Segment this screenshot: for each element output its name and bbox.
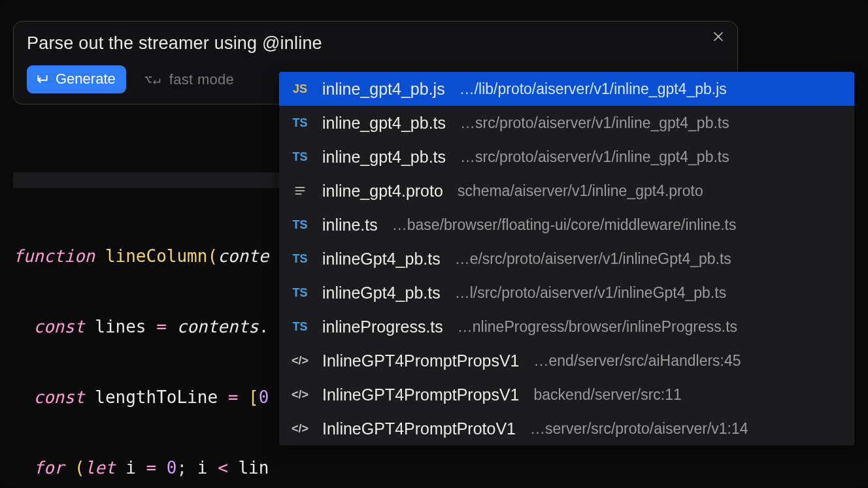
autocomplete-item[interactable]: TS inlineProgress.ts …nlineProgress/brow… [279,310,854,344]
ts-file-icon: TS [288,116,312,130]
autocomplete-item-path: schema/aiserver/v1/inline_gpt4.proto [454,182,843,200]
option-key-icon: ⌥↵ [144,72,161,88]
proto-file-icon [288,184,312,197]
autocomplete-item[interactable]: </> InlineGPT4PromptProtoV1 …server/src/… [279,412,854,446]
fast-mode-label: fast mode [169,71,234,88]
autocomplete-item[interactable]: TS inlineGpt4_pb.ts …l/src/proto/aiserve… [279,276,854,310]
autocomplete-item-name: InlineGPT4PromptPropsV1 [322,351,520,370]
autocomplete-item-path: backend/server/src:11 [530,386,843,404]
autocomplete-item-path: …e/src/proto/aiserver/v1/inlineGpt4_pb.t… [451,250,843,268]
autocomplete-item-name: inlineGpt4_pb.ts [322,250,441,268]
ts-file-icon: TS [288,218,312,232]
enter-icon [36,73,49,86]
autocomplete-item-name: inlineProgress.ts [322,317,443,336]
autocomplete-item-path: …/lib/proto/aiserver/v1/inline_gpt4_pb.j… [456,80,843,98]
ts-file-icon: TS [288,252,312,266]
autocomplete-item-path: …l/src/proto/aiserver/v1/inlineGpt4_pb.t… [451,284,843,302]
autocomplete-item-path: …base/browser/floating-ui/core/middlewar… [388,216,843,234]
autocomplete-item[interactable]: JS inline_gpt4_pb.js …/lib/proto/aiserve… [279,72,854,106]
autocomplete-item-name: inline_gpt4_pb.ts [322,114,446,133]
generate-button-label: Generate [56,71,116,88]
autocomplete-item-name: InlineGPT4PromptProtoV1 [322,419,516,438]
close-icon [713,31,724,44]
autocomplete-item[interactable]: TS inline_gpt4_pb.ts …src/proto/aiserver… [279,140,854,174]
fast-mode-toggle[interactable]: ⌥↵ fast mode [144,71,234,88]
js-file-icon: JS [288,82,312,96]
autocomplete-item-name: InlineGPT4PromptPropsV1 [322,385,520,404]
file-autocomplete-dropdown: JS inline_gpt4_pb.js …/lib/proto/aiserve… [279,72,854,446]
ts-file-icon: TS [288,150,312,164]
autocomplete-item-path: …src/proto/aiserver/v1/inline_gpt4_pb.ts [456,148,843,166]
app-root: Parse out the streamer using @inline Gen… [0,0,868,488]
generate-button[interactable]: Generate [27,65,126,93]
autocomplete-item[interactable]: </> InlineGPT4PromptPropsV1 backend/serv… [279,378,854,412]
autocomplete-item-path: …nlineProgress/browser/inlineProgress.ts [454,318,843,336]
autocomplete-item-name: inlineGpt4_pb.ts [322,284,441,302]
autocomplete-item-name: inline_gpt4_pb.js [322,80,445,99]
autocomplete-item-name: inline.ts [322,216,378,235]
symbol-icon: </> [288,354,312,368]
autocomplete-item[interactable]: TS inline.ts …base/browser/floating-ui/c… [279,208,854,242]
symbol-icon: </> [288,388,312,402]
autocomplete-item[interactable]: TS inlineGpt4_pb.ts …e/src/proto/aiserve… [279,242,854,276]
ts-file-icon: TS [288,320,312,334]
autocomplete-item-path: …end/server/src/aiHandlers:45 [530,352,843,370]
prompt-input[interactable]: Parse out the streamer using @inline [27,33,724,54]
autocomplete-item-path: …src/proto/aiserver/v1/inline_gpt4_pb.ts [456,114,843,132]
autocomplete-item-name: inline_gpt4.proto [322,182,443,201]
close-button[interactable] [711,31,726,45]
autocomplete-item-name: inline_gpt4_pb.ts [322,148,446,167]
autocomplete-item[interactable]: </> InlineGPT4PromptPropsV1 …end/server/… [279,344,854,378]
code-line: for (let i = 0; i < lin [13,456,856,480]
autocomplete-item[interactable]: inline_gpt4.proto schema/aiserver/v1/inl… [279,174,854,208]
autocomplete-item-path: …server/src/proto/aiserver/v1:14 [526,420,843,438]
symbol-icon: </> [288,422,312,436]
ts-file-icon: TS [288,286,312,300]
autocomplete-item[interactable]: TS inline_gpt4_pb.ts …src/proto/aiserver… [279,106,854,140]
